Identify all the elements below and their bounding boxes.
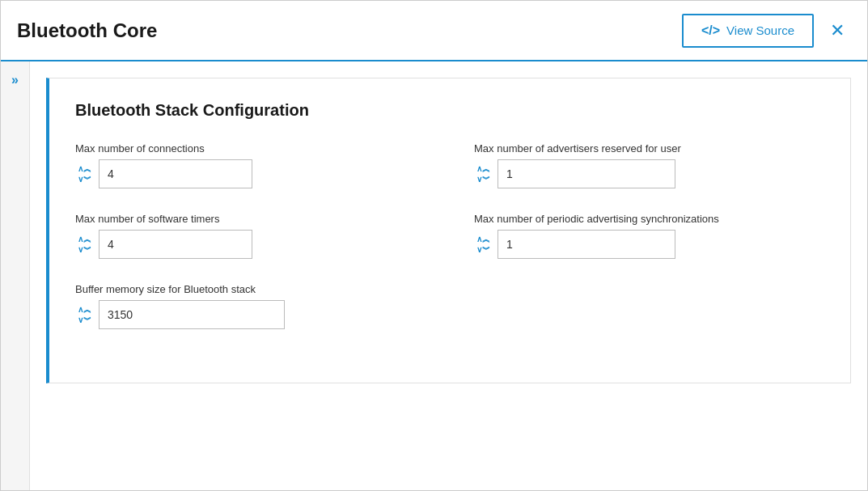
close-icon: ✕	[830, 20, 845, 40]
body-container: » Bluetooth Stack Configuration Max numb…	[1, 61, 867, 490]
max-periodic-advertising-input[interactable]	[498, 230, 675, 259]
max-software-timers-down[interactable]: ︾	[75, 245, 94, 255]
max-periodic-advertising-down[interactable]: ︾	[474, 245, 493, 255]
max-software-timers-up[interactable]: ︽	[75, 235, 94, 244]
buffer-memory-size-arrows: ︽ ︾	[75, 305, 94, 325]
section-title: Bluetooth Stack Configuration	[75, 101, 824, 120]
form-grid: Max number of connections ︽ ︾ Max number…	[75, 142, 824, 353]
buffer-memory-size-down[interactable]: ︾	[75, 315, 94, 325]
max-advertisers-label: Max number of advertisers reserved for u…	[474, 142, 824, 154]
max-advertisers-input[interactable]	[498, 159, 675, 188]
field-max-connections: Max number of connections ︽ ︾	[75, 142, 426, 188]
max-advertisers-arrows: ︽ ︾	[474, 164, 493, 184]
max-software-timers-input[interactable]	[99, 230, 252, 259]
app-container: Bluetooth Core </> View Source ✕ » Bluet…	[0, 0, 868, 491]
code-icon: </>	[701, 23, 720, 38]
header-actions: </> View Source ✕	[682, 14, 851, 48]
close-button[interactable]: ✕	[824, 19, 851, 43]
max-connections-up[interactable]: ︽	[75, 164, 94, 174]
buffer-memory-size-input[interactable]	[99, 300, 285, 329]
max-advertisers-spinner: ︽ ︾	[474, 159, 824, 188]
view-source-button[interactable]: </> View Source	[682, 14, 814, 48]
field-buffer-memory-size: Buffer memory size for Bluetooth stack ︽…	[75, 283, 426, 329]
max-periodic-advertising-up[interactable]: ︽	[474, 235, 493, 244]
sidebar: »	[1, 61, 30, 490]
field-max-advertisers: Max number of advertisers reserved for u…	[474, 142, 824, 188]
max-periodic-advertising-label: Max number of periodic advertising synch…	[474, 213, 824, 225]
max-periodic-advertising-arrows: ︽ ︾	[474, 235, 493, 255]
max-software-timers-label: Max number of software timers	[75, 213, 426, 225]
max-connections-input[interactable]	[99, 159, 252, 188]
page-title: Bluetooth Core	[17, 19, 157, 42]
buffer-memory-size-up[interactable]: ︽	[75, 305, 94, 315]
max-advertisers-down[interactable]: ︾	[474, 175, 493, 184]
main-content: Bluetooth Stack Configuration Max number…	[30, 61, 867, 490]
max-software-timers-arrows: ︽ ︾	[75, 235, 94, 255]
config-card: Bluetooth Stack Configuration Max number…	[46, 78, 851, 383]
max-software-timers-spinner: ︽ ︾	[75, 230, 426, 259]
max-connections-arrows: ︽ ︾	[75, 164, 94, 184]
buffer-memory-size-spinner: ︽ ︾	[75, 300, 426, 329]
max-advertisers-up[interactable]: ︽	[474, 164, 493, 174]
buffer-memory-size-label: Buffer memory size for Bluetooth stack	[75, 283, 426, 295]
header: Bluetooth Core </> View Source ✕	[1, 1, 867, 61]
field-max-periodic-advertising: Max number of periodic advertising synch…	[474, 213, 824, 259]
max-connections-label: Max number of connections	[75, 142, 426, 154]
sidebar-collapse-icon[interactable]: »	[11, 73, 19, 87]
field-max-software-timers: Max number of software timers ︽ ︾	[75, 213, 426, 259]
max-connections-spinner: ︽ ︾	[75, 159, 426, 188]
view-source-label: View Source	[726, 23, 794, 37]
max-connections-down[interactable]: ︾	[75, 175, 94, 184]
max-periodic-advertising-spinner: ︽ ︾	[474, 230, 824, 259]
